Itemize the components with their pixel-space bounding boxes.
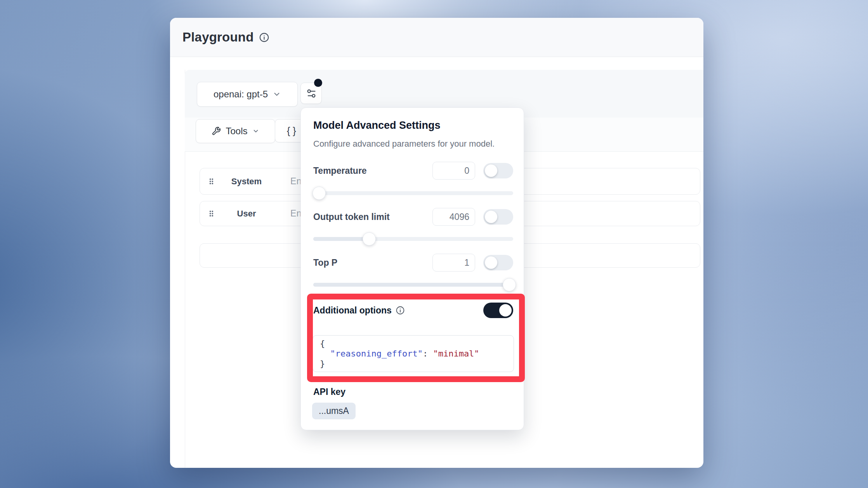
additional-options-toggle[interactable] <box>483 303 513 318</box>
temperature-input[interactable] <box>432 162 475 180</box>
code-line: } <box>320 359 325 369</box>
param-row-output-token-limit: Output token limit <box>313 208 513 226</box>
chevron-down-icon <box>252 128 259 135</box>
page-header: Playground <box>170 18 703 57</box>
popover-title: Model Advanced Settings <box>313 119 441 132</box>
drag-handle-icon[interactable] <box>208 177 214 185</box>
model-selector-button[interactable]: openai: gpt-5 <box>197 82 298 107</box>
param-label: Temperature <box>313 162 367 180</box>
output-token-limit-slider[interactable] <box>313 232 513 246</box>
slider-fill <box>313 237 369 241</box>
param-row-temperature: Temperature <box>313 162 513 180</box>
additional-options-row: Additional options <box>313 301 513 319</box>
drag-handle-icon[interactable] <box>208 209 214 218</box>
top-p-toggle[interactable] <box>483 255 513 270</box>
wrench-icon <box>212 126 221 136</box>
param-row-top-p: Top P <box>313 254 513 272</box>
param-label: Top P <box>313 254 337 272</box>
api-key-label: API key <box>313 387 345 397</box>
tools-label: Tools <box>226 126 247 137</box>
toggle-knob <box>485 256 497 269</box>
slider-knob[interactable] <box>503 278 516 291</box>
top-p-input[interactable] <box>432 254 475 272</box>
code-line: { <box>320 339 325 348</box>
json-options-editor[interactable]: { "reasoning_effort": "minimal" } <box>312 335 514 372</box>
code-key: "reasoning_effort" <box>320 349 423 358</box>
info-icon[interactable] <box>259 32 269 43</box>
additional-options-label: Additional options <box>313 301 405 319</box>
toggle-knob <box>485 164 497 177</box>
code-value: "minimal" <box>433 349 479 358</box>
notification-dot <box>314 79 322 87</box>
code-colon: : <box>423 349 433 358</box>
sliders-icon <box>306 88 317 99</box>
param-label: Output token limit <box>313 208 390 226</box>
slider-knob[interactable] <box>312 187 326 200</box>
slider-track <box>313 191 513 195</box>
slider-fill <box>313 283 509 287</box>
toggle-knob <box>499 304 512 317</box>
temperature-toggle[interactable] <box>483 163 513 178</box>
role-label: User <box>225 209 268 219</box>
role-label: System <box>225 177 268 187</box>
app-card: Playground openai: gpt-5 Tools { } <box>170 18 703 468</box>
output-token-limit-input[interactable] <box>432 208 475 226</box>
tools-button[interactable]: Tools <box>196 119 275 143</box>
additional-options-text: Additional options <box>313 301 392 319</box>
api-key-badge[interactable]: ...umsA <box>312 403 356 419</box>
page-title: Playground <box>182 30 254 45</box>
popover-subtitle: Configure advanced parameters for your m… <box>313 139 495 149</box>
slider-knob[interactable] <box>363 232 376 246</box>
toggle-knob <box>485 211 497 223</box>
chevron-down-icon <box>273 90 281 99</box>
advanced-settings-popover: Model Advanced Settings Configure advanc… <box>300 107 524 430</box>
temperature-slider[interactable] <box>313 187 513 200</box>
output-token-limit-toggle[interactable] <box>483 209 513 225</box>
info-icon[interactable] <box>396 306 405 315</box>
model-selector-label: openai: gpt-5 <box>214 89 268 100</box>
braces-label: { } <box>287 125 296 137</box>
top-p-slider[interactable] <box>313 278 513 291</box>
